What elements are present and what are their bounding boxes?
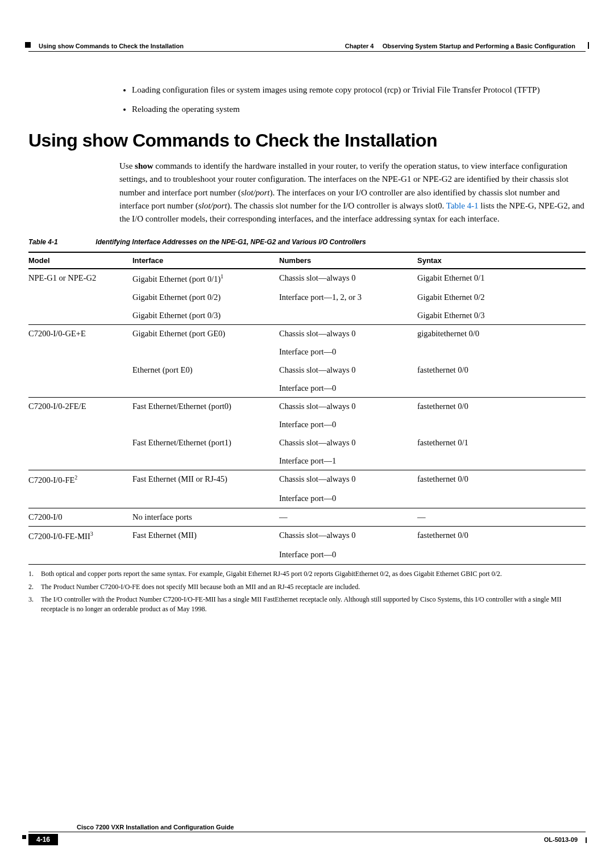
cell-model: [28, 307, 132, 325]
table-row: C7200-I/0-FE-MII3Fast Ethernet (MII)Chas…: [28, 527, 586, 546]
table-row: Fast Ethernet/Ethernet (port1)Chassis sl…: [28, 434, 586, 452]
cell-interface: [132, 416, 279, 434]
cell-model: C7200-I/0-2FE/E: [28, 398, 132, 416]
cell-syntax: [417, 490, 586, 508]
table-row: C7200-I/0-GE+EGigabit Ethernet (port GE0…: [28, 325, 586, 343]
list-item: Loading configuration files or system im…: [132, 83, 586, 97]
cell-model: [28, 289, 132, 307]
table-number: Table 4-1: [28, 238, 94, 246]
cell-interface: Gigabit Ethernet (port GE0): [132, 325, 279, 343]
cell-numbers: [279, 307, 417, 325]
cell-syntax: fastethernet 0/0: [417, 470, 586, 490]
cell-syntax: Gigabit Ethernet 0/2: [417, 289, 586, 307]
cell-model: C7200-I/0-GE+E: [28, 325, 132, 343]
doc-number: OL-5013-09: [544, 836, 586, 843]
table-caption: Table 4-1 Identifying Interface Addresse…: [28, 238, 586, 246]
table-row: Interface port—1: [28, 452, 586, 470]
cell-syntax: [417, 379, 586, 398]
cell-interface: Fast Ethernet (MII or RJ-45): [132, 470, 279, 490]
cell-syntax: [417, 546, 586, 564]
cell-numbers: Chassis slot—always 0: [279, 527, 417, 546]
running-footer: Cisco 7200 VXR Installation and Configur…: [28, 824, 586, 845]
cell-interface: Fast Ethernet/Ethernet (port0): [132, 398, 279, 416]
cell-syntax: —: [417, 508, 586, 527]
cell-interface: Fast Ethernet/Ethernet (port1): [132, 434, 279, 452]
footnote-text: The I/O controller with the Product Numb…: [41, 595, 586, 614]
cell-numbers: Interface port—1, 2, or 3: [279, 289, 417, 307]
table-row: Interface port—0: [28, 546, 586, 564]
cell-interface: Gigabit Ethernet (port 0/2): [132, 289, 279, 307]
rh-chapter: Chapter 4 Observing System Startup and P…: [345, 43, 586, 49]
rh-chapter-title: Observing System Startup and Performing …: [383, 43, 575, 49]
table-title: Identifying Interface Addresses on the N…: [96, 238, 366, 246]
footnote-num: 2.: [28, 582, 41, 592]
cell-syntax: [417, 452, 586, 470]
footnote-num: 1.: [28, 569, 41, 579]
footnote-text: Both optical and copper ports report the…: [41, 569, 502, 579]
cell-model: [28, 452, 132, 470]
cell-syntax: Gigabit Ethernet 0/1: [417, 269, 586, 289]
cell-model: [28, 416, 132, 434]
table-row: Interface port—0: [28, 379, 586, 398]
table-ref-link[interactable]: Table 4-1: [446, 201, 479, 210]
cell-interface: Gigabit Ethernet (port 0/1)1: [132, 269, 279, 289]
cell-numbers: Chassis slot—always 0: [279, 361, 417, 379]
table-row: C7200-I/0No interface ports——: [28, 508, 586, 527]
cell-model: [28, 379, 132, 398]
cell-numbers: Chassis slot—always 0: [279, 269, 417, 289]
cell-model: NPE-G1 or NPE-G2: [28, 269, 132, 289]
cell-numbers: Interface port—1: [279, 452, 417, 470]
table-row: C7200-I/0-FE2Fast Ethernet (MII or RJ-45…: [28, 470, 586, 490]
cell-syntax: [417, 416, 586, 434]
cell-syntax: Gigabit Ethernet 0/3: [417, 307, 586, 325]
cell-syntax: [417, 343, 586, 361]
cell-interface: Gigabit Ethernet (port 0/3): [132, 307, 279, 325]
cell-interface: [132, 343, 279, 361]
rh-chapter-num: Chapter 4: [345, 43, 374, 49]
cell-numbers: —: [279, 508, 417, 527]
cell-model: [28, 490, 132, 508]
th-numbers: Numbers: [279, 252, 417, 269]
section-heading: Using show Commands to Check the Install…: [28, 130, 586, 151]
cell-interface: No interface ports: [132, 508, 279, 527]
cell-numbers: Interface port—0: [279, 546, 417, 564]
cell-model: C7200-I/0-FE2: [28, 470, 132, 490]
list-item: Reloading the operating system: [132, 102, 586, 116]
th-syntax: Syntax: [417, 252, 586, 269]
cell-interface: [132, 379, 279, 398]
footer-title: Cisco 7200 VXR Installation and Configur…: [77, 824, 234, 831]
footnote-num: 3.: [28, 595, 41, 614]
page-number: 4-16: [28, 834, 58, 845]
footnote-text: The Product Number C7200-I/O-FE does not…: [41, 582, 360, 592]
cell-interface: [132, 452, 279, 470]
cell-interface: [132, 490, 279, 508]
cell-syntax: fastethernet 0/1: [417, 434, 586, 452]
table-row: C7200-I/0-2FE/EFast Ethernet/Ethernet (p…: [28, 398, 586, 416]
cell-numbers: Chassis slot—always 0: [279, 398, 417, 416]
cell-model: [28, 546, 132, 564]
th-model: Model: [28, 252, 132, 269]
cell-numbers: Interface port—0: [279, 416, 417, 434]
cell-numbers: Chassis slot—always 0: [279, 434, 417, 452]
footnote: 3.The I/O controller with the Product Nu…: [28, 595, 586, 614]
cell-numbers: Interface port—0: [279, 490, 417, 508]
command-show: show: [135, 161, 154, 170]
footnote: 1.Both optical and copper ports report t…: [28, 569, 586, 579]
table-row: Gigabit Ethernet (port 0/3)Gigabit Ether…: [28, 307, 586, 325]
cell-numbers: Interface port—0: [279, 379, 417, 398]
cell-interface: Fast Ethernet (MII): [132, 527, 279, 546]
cell-model: C7200-I/0-FE-MII3: [28, 527, 132, 546]
table-row: Interface port—0: [28, 416, 586, 434]
footnotes: 1.Both optical and copper ports report t…: [28, 569, 586, 614]
interface-address-table: Model Interface Numbers Syntax NPE-G1 or…: [28, 252, 586, 564]
cell-interface: Ethernet (port E0): [132, 361, 279, 379]
cell-numbers: Chassis slot—always 0: [279, 470, 417, 490]
cell-numbers: Interface port—0: [279, 343, 417, 361]
cell-syntax: gigabitethernet 0/0: [417, 325, 586, 343]
cell-syntax: fastethernet 0/0: [417, 527, 586, 546]
table-row: Interface port—0: [28, 343, 586, 361]
cell-numbers: Chassis slot—always 0: [279, 325, 417, 343]
cell-model: [28, 343, 132, 361]
footnote: 2.The Product Number C7200-I/O-FE does n…: [28, 582, 586, 592]
th-interface: Interface: [132, 252, 279, 269]
